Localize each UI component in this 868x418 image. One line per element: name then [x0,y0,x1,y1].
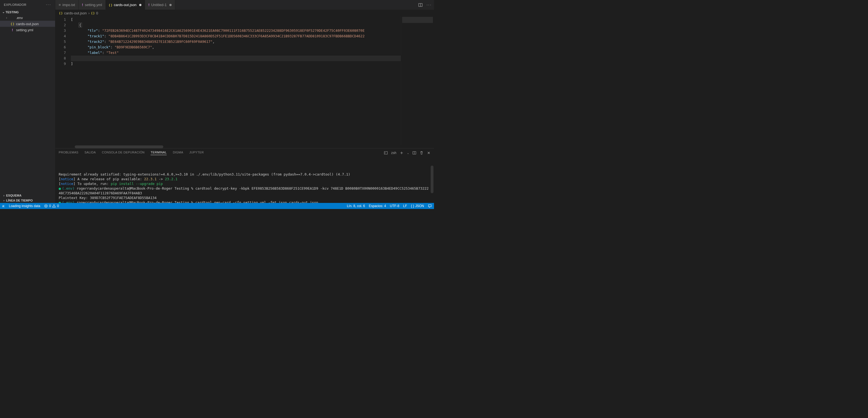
json-icon: { } [10,22,15,26]
file-item--env[interactable]: ›.env [0,15,55,21]
terminal-line: (.env) rogerrandycardenasperalta@MacBook… [59,186,431,196]
minimap-viewport[interactable] [402,17,433,23]
code-content[interactable]: [ { "tlv": "72FEB263694EC1487F4024734984… [71,16,401,145]
panel-tab-consola-de-depuración[interactable]: CONSOLA DE DEPURACIÓN [102,151,145,155]
status-problems[interactable]: 0 0 [44,204,59,208]
tab-label: impo.txt [63,3,75,7]
bottom-panel: PROBLEMASSALIDACONSOLA DE DEPURACIÓNTERM… [55,148,434,203]
horizontal-scrollbar-thumb[interactable] [75,145,163,148]
tab-Untitled-1[interactable]: !Untitled-1 [145,0,175,10]
horizontal-scrollbar[interactable] [55,145,434,148]
breadcrumb[interactable]: { } cards-out.json › { } 0 [55,10,434,16]
terminal-line: [notice] A new release of pip available:… [59,177,431,181]
file-item-cards-out-json[interactable]: { }cards-out.json [0,21,55,27]
object-icon: { } [91,11,95,15]
section-línea-de-tiempo[interactable]: ›LÍNEA DE TIEMPO [0,198,55,203]
status-eol[interactable]: LF [403,204,407,208]
chevron-right-icon: › [2,199,6,202]
terminal-line: (.env) rogerrandycardenasperalta@MacBook… [59,200,431,203]
panel-tab-salida[interactable]: SALIDA [85,151,96,155]
yml-icon: ! [10,28,15,32]
statusbar: a: Loading insights data 0 0 Lín. 8, col… [0,203,434,209]
panel-tabs: PROBLEMASSALIDACONSOLA DE DEPURACIÓNTERM… [55,148,434,157]
feedback-icon[interactable] [428,204,432,208]
file-item-setting-yml[interactable]: !setting.yml [0,27,55,33]
tab-label: Untitled-1 [151,3,166,7]
braces-icon: { } [411,204,414,208]
explorer-title: EXPLORADOR [4,3,26,6]
panel-tab-digma[interactable]: DIGMA [173,151,183,155]
tab-label: cards-out.json [114,3,136,7]
status-loading[interactable]: Loading insights data [9,204,40,208]
terminal-line: Plaintext Key: 389D7CB52F791FAE75ADEAF8D… [59,196,431,200]
chevron-right-icon: › [6,16,10,20]
status-spaces[interactable]: Espacios: 4 [369,204,386,208]
close-icon[interactable] [427,151,431,155]
status-language-label: JSON [415,204,424,208]
code-editor[interactable]: 123456789 [ { "tlv": "72FEB263694EC1487F… [55,16,434,145]
chevron-down-icon: ⌄ [1,10,5,14]
panel-tab-terminal[interactable]: TERMINAL [151,151,166,155]
status-left-truncated[interactable]: a: [2,204,5,208]
section-label: ESQUEMA [6,194,22,197]
file-label: .env [16,16,23,20]
dirty-indicator-icon [139,4,142,6]
status-encoding[interactable]: UTF-8 [390,204,399,208]
tab-label: setting.yml [85,3,102,7]
editor-tabs: ≡impo.txt!setting.yml{ }cards-out.json!U… [55,0,434,10]
terminal-line: Requirement already satisfied: typing-ex… [59,172,431,177]
json-icon: { } [59,11,63,15]
section-esquema[interactable]: ›ESQUEMA [0,193,55,198]
error-count: 0 [49,204,51,208]
svg-rect-2 [384,151,388,154]
tab-setting-yml[interactable]: !setting.yml [79,0,105,10]
line-gutter: 123456789 [55,16,71,145]
terminal-output[interactable]: Requirement already satisfied: typing-ex… [55,157,434,203]
status-cursor[interactable]: Lín. 8, col. 6 [347,204,365,208]
yml-icon: ! [148,3,150,7]
explorer-sidebar: EXPLORADOR ··· ⌄ TESTING ›.env{ }cards-o… [0,0,55,203]
split-terminal-icon[interactable] [412,151,416,155]
yml-icon: ! [82,3,83,7]
file-label: cards-out.json [16,22,39,26]
chevron-down-icon[interactable]: ⌄ [407,151,409,154]
panel-tab-jupyter[interactable]: JUPYTER [189,151,204,155]
breadcrumb-symbol: 0 [96,11,98,15]
folder-root-label: TESTING [5,10,19,14]
trash-icon[interactable] [420,151,424,155]
terminal-profile-icon[interactable] [384,151,388,155]
minimap[interactable] [401,16,434,145]
folder-root[interactable]: ⌄ TESTING [0,9,55,15]
editor-more-icon[interactable]: ··· [427,2,432,7]
prompt-bullet-icon [59,188,61,190]
json-icon: { } [109,3,113,7]
terminal-scrollbar[interactable] [431,166,433,193]
warning-count: 0 [57,204,59,208]
status-language[interactable]: { } JSON [411,204,424,208]
breadcrumb-file: cards-out.json [64,11,87,15]
explorer-more-icon[interactable]: ··· [46,2,51,7]
tab-impo-txt[interactable]: ≡impo.txt [55,0,79,10]
terminal-line: [notice] To update, run: pip install --u… [59,181,431,186]
split-editor-icon[interactable] [418,3,423,7]
file-icon: ≡ [59,3,61,7]
plus-icon[interactable] [400,151,404,155]
panel-tab-problemas[interactable]: PROBLEMAS [59,151,78,155]
dirty-indicator-icon [169,4,172,6]
chevron-right-icon: › [2,194,6,197]
file-label: setting.yml [16,28,33,32]
section-label: LÍNEA DE TIEMPO [6,199,33,202]
prompt-bullet-icon [59,202,61,203]
breadcrumb-separator: › [88,11,89,15]
terminal-shell-label[interactable]: zsh [391,151,396,155]
tab-cards-out-json[interactable]: { }cards-out.json [106,0,145,10]
